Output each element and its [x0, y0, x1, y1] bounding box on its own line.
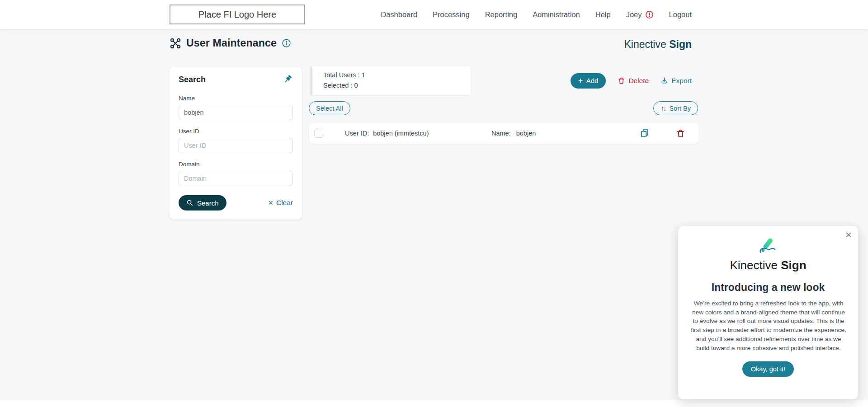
alert-icon — [645, 10, 654, 19]
domain-input[interactable] — [179, 171, 293, 186]
info-icon[interactable] — [282, 38, 291, 48]
search-panel: Search Name User ID Domain — [170, 67, 302, 220]
popup-heading: Introducing a new look — [691, 281, 845, 294]
sort-by-button[interactable]: ↑↓ Sort By — [653, 101, 698, 115]
main-nav: Dashboard Processing Reporting Administr… — [381, 0, 692, 29]
page-title: User Maintenance — [186, 37, 277, 49]
selected-count-text: Selected : 0 — [323, 82, 471, 89]
list-actions: + Add Delete Export — [571, 66, 692, 95]
clear-x-icon: × — [268, 199, 273, 207]
download-icon — [660, 77, 668, 84]
page-title-row: User Maintenance — [170, 37, 291, 49]
fi-logo-placeholder: Place FI Logo Here — [170, 5, 305, 24]
sort-arrows-icon: ↑↓ — [660, 104, 665, 112]
plus-icon: + — [578, 76, 583, 85]
name-label: Name — [179, 95, 293, 102]
close-icon[interactable]: × — [845, 229, 852, 240]
row-name: Name: bobjen — [491, 130, 536, 137]
fi-logo-text: Place FI Logo Here — [198, 9, 276, 20]
clear-button[interactable]: × Clear — [268, 199, 293, 207]
search-icon — [186, 199, 193, 206]
brand-wordmark: Kinective Sign — [624, 38, 692, 51]
row-user-id: User ID: bobjen (immtestcu) — [345, 130, 491, 137]
search-panel-title: Search — [179, 75, 206, 84]
trash-icon — [618, 77, 625, 84]
user-id-label: User ID — [179, 128, 293, 135]
nav-item-help[interactable]: Help — [595, 10, 611, 19]
announcement-popup: × Kinective Sign Introducing a new look … — [678, 226, 858, 399]
search-button[interactable]: Search — [179, 195, 226, 211]
nav-item-administration[interactable]: Administration — [533, 10, 580, 19]
domain-label: Domain — [179, 161, 293, 168]
popup-body: We’re excited to bring a refreshed look … — [691, 299, 846, 352]
add-user-button[interactable]: + Add — [571, 73, 606, 89]
row-trash-icon[interactable] — [676, 129, 685, 138]
copy-icon[interactable] — [640, 128, 650, 138]
popup-brand-wordmark: Kinective Sign — [691, 258, 845, 272]
tools-icon — [170, 37, 181, 49]
okay-got-it-button[interactable]: Okay, got it! — [742, 361, 794, 377]
pin-icon[interactable] — [282, 74, 293, 85]
nav-item-user-joey[interactable]: Joey — [626, 10, 654, 19]
bottom-strip — [0, 400, 868, 407]
nav-item-dashboard[interactable]: Dashboard — [381, 10, 417, 19]
user-id-input[interactable] — [179, 138, 293, 153]
page: Place FI Logo Here Dashboard Processing … — [0, 0, 868, 407]
total-users-text: Total Users : 1 — [323, 71, 471, 79]
nav-item-logout[interactable]: Logout — [669, 10, 692, 19]
name-input[interactable] — [179, 105, 293, 120]
select-all-button[interactable]: Select All — [309, 101, 350, 115]
delete-button[interactable]: Delete — [618, 77, 649, 85]
row-checkbox[interactable] — [314, 129, 323, 138]
nav-item-reporting[interactable]: Reporting — [485, 10, 518, 19]
nav-item-processing[interactable]: Processing — [433, 10, 470, 19]
summary-card: Total Users : 1 Selected : 0 — [310, 66, 471, 95]
top-bar: Place FI Logo Here Dashboard Processing … — [0, 0, 868, 29]
pen-logo-icon — [691, 238, 845, 257]
export-button[interactable]: Export — [660, 77, 692, 85]
table-row: User ID: bobjen (immtestcu) Name: bobjen — [309, 123, 699, 144]
